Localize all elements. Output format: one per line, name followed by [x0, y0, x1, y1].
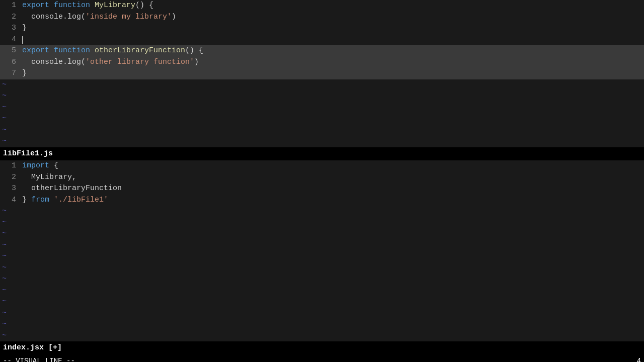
line-number: 7	[2, 68, 16, 79]
line-number: 2	[2, 12, 16, 23]
line-content: }	[22, 23, 642, 34]
tilde-line: ~	[0, 274, 644, 285]
line-content: }	[22, 68, 642, 79]
line-content: otherLibraryFunction	[22, 183, 642, 195]
tilde-line: ~	[0, 262, 644, 274]
code-line: 1import {	[0, 160, 644, 172]
code-line: 3}	[0, 23, 644, 34]
line-number: 1	[2, 0, 16, 12]
tilde-line: ~	[0, 240, 644, 251]
code-line: 6 console.log('other library function')	[0, 57, 644, 68]
line-content: export function otherLibraryFunction() {	[22, 45, 642, 57]
tilde-line: ~	[0, 217, 644, 229]
code-line: 5export function otherLibraryFunction() …	[0, 45, 644, 57]
line-number: 2	[2, 172, 16, 184]
top-code-area: 1export function MyLibrary() {2 console.…	[0, 0, 644, 79]
top-pane-title: libFile1.js	[0, 147, 644, 161]
tilde-line: ~	[0, 206, 644, 217]
code-line: 3 otherLibraryFunction	[0, 183, 644, 195]
status-bar: -- VISUAL LINE -- 4	[0, 355, 644, 363]
line-number: 5	[2, 45, 16, 57]
tilde-line: ~	[0, 113, 644, 125]
tilde-line: ~	[0, 102, 644, 114]
mode-indicator: -- VISUAL LINE --	[3, 356, 75, 363]
line-number-display: 4	[637, 356, 641, 363]
line-content: } from './libFile1'	[22, 195, 642, 206]
bottom-pane-title: index.jsx [+]	[0, 341, 644, 355]
line-content: MyLibrary,	[22, 172, 642, 184]
tilde-line: ~	[0, 330, 644, 342]
bottom-code-area: 1import {2 MyLibrary,3 otherLibraryFunct…	[0, 160, 644, 206]
bottom-filename: index.jsx [+]	[3, 343, 62, 352]
line-number: 4	[2, 34, 16, 46]
code-line: 7}	[0, 68, 644, 79]
code-line: 4	[0, 34, 644, 46]
line-number: 4	[2, 195, 16, 206]
tilde-line: ~	[0, 228, 644, 240]
line-number: 6	[2, 57, 16, 68]
editor: 1export function MyLibrary() {2 console.…	[0, 0, 644, 362]
code-line: 2 console.log('inside my library')	[0, 12, 644, 23]
tilde-line: ~	[0, 308, 644, 319]
line-content: export function MyLibrary() {	[22, 0, 642, 12]
bottom-pane: 1import {2 MyLibrary,3 otherLibraryFunct…	[0, 160, 644, 341]
top-pane: 1export function MyLibrary() {2 console.…	[0, 0, 644, 147]
tilde-line: ~	[0, 79, 644, 91]
tilde-line: ~	[0, 319, 644, 330]
line-number: 1	[2, 160, 16, 172]
code-line: 1export function MyLibrary() {	[0, 0, 644, 12]
tilde-line: ~	[0, 136, 644, 147]
code-line: 2 MyLibrary,	[0, 172, 644, 184]
line-content: console.log('other library function')	[22, 57, 642, 68]
line-number: 3	[2, 183, 16, 195]
code-line: 4} from './libFile1'	[0, 195, 644, 206]
tilde-line: ~	[0, 296, 644, 308]
top-filename: libFile1.js	[3, 149, 53, 158]
tilde-line: ~	[0, 251, 644, 262]
line-content	[22, 34, 642, 46]
tilde-line: ~	[0, 90, 644, 102]
line-content: console.log('inside my library')	[22, 12, 642, 23]
line-number: 3	[2, 23, 16, 34]
tilde-line: ~	[0, 285, 644, 297]
tilde-line: ~	[0, 125, 644, 136]
line-content: import {	[22, 160, 642, 172]
